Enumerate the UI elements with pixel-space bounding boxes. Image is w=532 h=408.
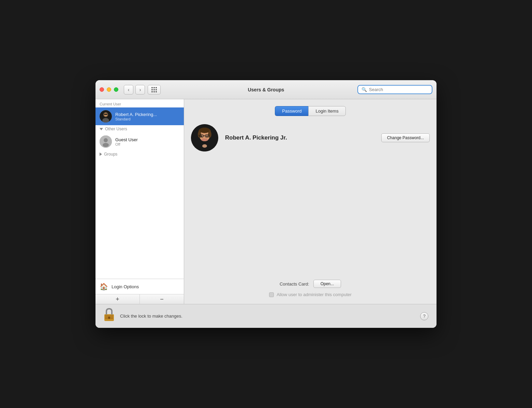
sidebar-list: Current User R: [95, 99, 184, 279]
window-controls: × – +: [100, 87, 118, 92]
svg-rect-31: [109, 318, 110, 319]
main-window: × – + ‹ › Users & Groups 🔍 Current User: [95, 80, 437, 328]
contacts-card-row: Contacts Card: Open...: [191, 280, 430, 288]
sidebar-bottom: 🏠 Login Options + −: [95, 279, 184, 304]
lock-icon[interactable]: [104, 308, 115, 324]
groups-header[interactable]: Groups: [95, 150, 184, 158]
admin-checkbox-row: Allow user to administer this computer: [191, 292, 430, 297]
svg-point-8: [104, 138, 108, 142]
lock-svg: [104, 308, 115, 322]
main-area: Current User R: [95, 99, 437, 304]
other-users-header[interactable]: Other Users: [95, 125, 184, 133]
other-users-label: Other Users: [105, 127, 127, 131]
guest-user-name: Guest User: [115, 137, 138, 142]
current-user-avatar: [100, 110, 112, 122]
sidebar-actions: + −: [95, 294, 184, 304]
grid-view-button[interactable]: [148, 85, 161, 94]
profile-name: Robert A. Pickering Jr.: [225, 134, 374, 141]
svg-point-22: [206, 135, 208, 137]
svg-point-23: [201, 139, 208, 141]
svg-point-25: [202, 144, 207, 148]
svg-point-15: [200, 128, 210, 133]
guest-user-status: Off: [115, 142, 138, 146]
other-users-collapse-icon: [100, 128, 103, 130]
profile-avatar: [191, 124, 218, 151]
tab-bar: Password Login Items: [191, 106, 430, 116]
content-spacer: [191, 162, 430, 280]
current-user-section-label: Current User: [95, 99, 184, 107]
search-icon: 🔍: [361, 87, 367, 92]
login-options-item[interactable]: 🏠 Login Options: [95, 279, 184, 294]
user-profile: Robert A. Pickering Jr. Change Password.…: [191, 124, 430, 151]
tab-password[interactable]: Password: [275, 106, 308, 116]
grid-dots-icon: [151, 87, 157, 92]
window-title: Users & Groups: [248, 87, 284, 92]
admin-checkbox[interactable]: [269, 292, 274, 297]
svg-rect-27: [105, 316, 113, 316]
titlebar: × – + ‹ › Users & Groups 🔍: [95, 80, 437, 99]
open-contacts-button[interactable]: Open...: [313, 280, 341, 288]
current-user-item[interactable]: Robert A. Pickering... Standard: [95, 107, 184, 125]
svg-point-21: [201, 135, 202, 137]
change-password-button[interactable]: Change Password...: [381, 133, 430, 142]
maximize-button[interactable]: +: [114, 87, 118, 92]
current-user-avatar-svg: [100, 110, 112, 122]
guest-user-item[interactable]: Guest User Off: [95, 133, 184, 150]
remove-user-button[interactable]: −: [140, 294, 184, 304]
nav-buttons: ‹ ›: [124, 85, 145, 94]
add-user-button[interactable]: +: [95, 294, 140, 304]
svg-point-6: [106, 114, 107, 115]
bottom-bar: Click the lock to make changes. ?: [95, 304, 437, 328]
groups-expand-icon: [100, 152, 102, 156]
login-options-label: Login Options: [112, 284, 139, 289]
lock-text: Click the lock to make changes.: [120, 314, 415, 319]
content-panel: Password Login Items: [184, 99, 437, 304]
minimize-button[interactable]: –: [107, 87, 111, 92]
guest-user-info: Guest User Off: [115, 137, 138, 146]
contacts-card-label: Contacts Card:: [280, 281, 309, 287]
current-user-info: Robert A. Pickering... Standard: [115, 112, 157, 121]
svg-line-20: [209, 135, 209, 135]
tab-login-items[interactable]: Login Items: [308, 106, 345, 116]
current-user-type: Standard: [115, 117, 157, 121]
close-button[interactable]: ×: [100, 87, 104, 92]
svg-point-9: [103, 143, 109, 147]
login-options-icon: 🏠: [100, 282, 108, 291]
guest-avatar-svg: [100, 135, 112, 148]
help-button[interactable]: ?: [420, 312, 428, 320]
groups-label: Groups: [104, 152, 117, 157]
profile-avatar-svg: [191, 124, 218, 151]
guest-user-avatar: [100, 135, 112, 148]
forward-button[interactable]: ›: [135, 85, 145, 94]
svg-point-5: [104, 114, 105, 115]
svg-line-19: [198, 135, 199, 135]
current-user-name: Robert A. Pickering...: [115, 112, 157, 117]
search-box[interactable]: 🔍: [357, 85, 432, 94]
admin-label: Allow user to administer this computer: [277, 292, 352, 297]
search-input[interactable]: [369, 87, 428, 92]
back-button[interactable]: ‹: [124, 85, 133, 94]
sidebar: Current User R: [95, 99, 184, 304]
